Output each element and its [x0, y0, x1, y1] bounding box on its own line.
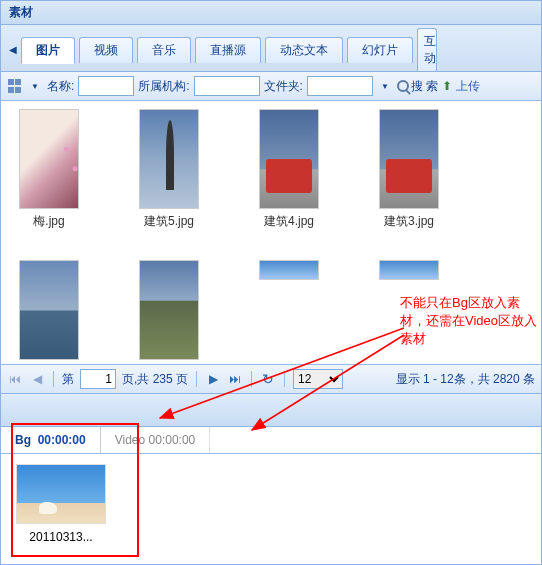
thumb-image	[379, 260, 439, 280]
pager-prev-icon[interactable]: ◀	[29, 371, 45, 387]
media-label: 20110313...	[11, 530, 111, 544]
thumb-image	[259, 109, 319, 209]
pager-total-text: 页,共 235 页	[122, 371, 188, 388]
thumb-label: 梅.jpg	[9, 213, 89, 230]
thumb-label: 建筑5.jpg	[129, 213, 209, 230]
thumb-item[interactable]: 建筑3.jpg	[369, 109, 449, 230]
name-input[interactable]	[78, 76, 134, 96]
pager-page-input[interactable]	[80, 369, 116, 389]
panel-title: 素材	[1, 1, 541, 25]
thumb-label: 建筑4.jpg	[249, 213, 329, 230]
media-item[interactable]: 20110313...	[11, 464, 111, 544]
tab-bg[interactable]: Bg 00:00:00	[1, 427, 101, 453]
org-input[interactable]	[194, 76, 260, 96]
thumb-label: 建筑3.jpg	[369, 213, 449, 230]
thumb-image	[379, 109, 439, 209]
thumb-item[interactable]: 梅.jpg	[9, 109, 89, 230]
thumb-item[interactable]	[249, 260, 329, 364]
folder-dropdown-icon[interactable]: ▼	[381, 82, 389, 91]
pager-next-icon[interactable]: ▶	[205, 371, 221, 387]
folder-input[interactable]	[307, 76, 373, 96]
timeline-tabs: Bg 00:00:00 Video 00:00:00	[1, 427, 541, 454]
thumb-item[interactable]: 建筑2.jpg	[9, 260, 89, 364]
thumb-image	[259, 260, 319, 280]
toolbar: ▼ 名称: 所属机构: 文件夹: ▼ 搜 索 ⬆ 上传	[1, 72, 541, 101]
thumb-image	[19, 260, 79, 360]
tab-live[interactable]: 直播源	[195, 37, 261, 63]
thumb-image	[139, 260, 199, 360]
thumb-image	[139, 109, 199, 209]
pager-size-select[interactable]: 12	[293, 369, 343, 389]
thumbnail-view-icon[interactable]	[7, 78, 23, 94]
pager-first-icon[interactable]: ⏮	[7, 371, 23, 387]
pager-last-icon[interactable]: ⏭	[227, 371, 243, 387]
search-icon	[397, 80, 409, 92]
main-tabs: ◀ 图片 视频 音乐 直播源 动态文本 幻灯片 互动	[1, 25, 541, 72]
tab-scroll-left-icon[interactable]: ◀	[7, 41, 19, 59]
thumb-item[interactable]: 建筑1.jpg	[129, 260, 209, 364]
tab-video-timeline[interactable]: Video 00:00:00	[101, 427, 211, 453]
tab-interactive[interactable]: 互动	[417, 28, 437, 71]
org-label: 所属机构:	[138, 78, 189, 95]
tab-slideshow[interactable]: 幻灯片	[347, 37, 413, 63]
section-divider	[1, 393, 541, 427]
pager-refresh-icon[interactable]: ↻	[260, 371, 276, 387]
thumb-image	[19, 109, 79, 209]
name-label: 名称:	[47, 78, 74, 95]
tab-music[interactable]: 音乐	[137, 37, 191, 63]
search-button[interactable]: 搜 索	[397, 78, 438, 95]
timeline-content: 20110313...	[1, 454, 541, 564]
tab-dynamic-text[interactable]: 动态文本	[265, 37, 343, 63]
folder-label: 文件夹:	[264, 78, 303, 95]
pager-page-prefix: 第	[62, 371, 74, 388]
tab-image[interactable]: 图片	[21, 37, 75, 64]
media-thumbnail	[16, 464, 106, 524]
pager-info: 显示 1 - 12条，共 2820 条	[396, 371, 535, 388]
pager: ⏮ ◀ 第 页,共 235 页 ▶ ⏭ ↻ 12 显示 1 - 12条，共 28…	[1, 364, 541, 393]
thumbnail-area: 梅.jpg 建筑5.jpg 建筑4.jpg 建筑3.jpg 建筑2.jpg 建筑…	[1, 101, 541, 364]
tab-video[interactable]: 视频	[79, 37, 133, 63]
thumb-item[interactable]	[369, 260, 449, 364]
view-dropdown-icon[interactable]: ▼	[31, 82, 39, 91]
thumb-item[interactable]: 建筑4.jpg	[249, 109, 329, 230]
upload-button[interactable]: ⬆ 上传	[442, 78, 479, 95]
thumb-item[interactable]: 建筑5.jpg	[129, 109, 209, 230]
search-label: 搜 索	[411, 78, 438, 95]
